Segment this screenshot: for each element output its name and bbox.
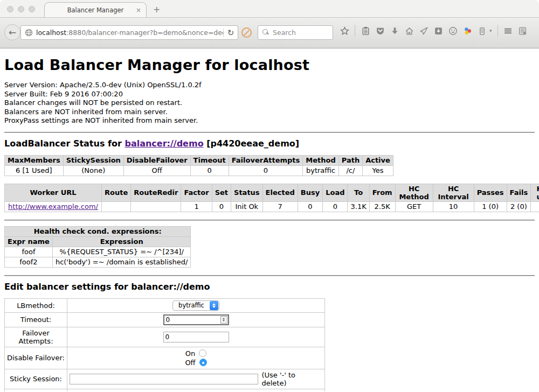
close-window-button[interactable]: [7, 6, 13, 12]
pocket-icon[interactable]: [375, 26, 385, 36]
cell-maxmembers: 6 [1 Used]: [5, 165, 64, 176]
radio-on[interactable]: [199, 349, 206, 357]
menu-icon[interactable]: [503, 26, 513, 36]
bookmark-star-icon[interactable]: [340, 26, 349, 36]
failover-attempts-row: Failover Attempts:: [5, 327, 325, 347]
grid-page-icon[interactable]: [518, 26, 528, 36]
add-worker-row: Add New Worker: Are you sure?: [5, 389, 325, 391]
timeout-input[interactable]: [164, 316, 220, 324]
cell-timeout: 0: [190, 165, 229, 176]
downloads-icon[interactable]: [390, 26, 399, 36]
send-tab-icon[interactable]: [419, 26, 429, 36]
cell-fails: 2 (0): [507, 201, 531, 212]
worker-status-table: Worker URL Route RouteRedir Factor Set S…: [4, 184, 539, 212]
battery-dropdown-caret-icon[interactable]: ▾: [489, 28, 492, 33]
home-icon[interactable]: [404, 26, 414, 36]
search-bar[interactable]: Search: [258, 25, 333, 40]
table-header-row: MaxMembers StickySession DisableFailover…: [5, 155, 393, 165]
block-icon[interactable]: [241, 27, 252, 38]
sticky-session-cell: (Use '-' to delete): [67, 369, 325, 389]
lbmethod-cell: bytraffic: [67, 298, 325, 312]
col-hc-interval: HC Interval: [433, 184, 474, 201]
divider: [4, 132, 535, 133]
number-spinner-icon[interactable]: [220, 316, 227, 324]
cell-expression: hc('body') =~ /domain is established/: [52, 257, 191, 267]
cell-factor: 1: [181, 201, 212, 212]
minimize-window-button[interactable]: [18, 6, 24, 12]
url-text[interactable]: localhost:8880/balancer-manager?b=demo&n…: [36, 29, 223, 37]
col-from: From: [369, 184, 395, 201]
colored-dots-icon[interactable]: [462, 26, 472, 36]
health-table-title: Health check cond. expressions:: [5, 226, 191, 236]
balancer-manager-page: Load Balancer Manager for localhost Serv…: [0, 48, 539, 391]
cell-status: Init Ok: [231, 201, 263, 212]
cell-busy: 0: [298, 201, 322, 212]
url-path: :8880/balancer-manager?b=demo&nonce=decc…: [66, 29, 223, 37]
table-title-row: Health check cond. expressions:: [5, 226, 191, 236]
search-placeholder[interactable]: Search: [273, 29, 296, 37]
reload-icon[interactable]: ↻: [224, 28, 238, 38]
toolbar-separator: [497, 25, 498, 37]
expr-row: foof %{REQUEST_STATUS} =~ /^[234]/: [5, 247, 191, 257]
server-version-line: Server Version: Apache/2.5.0-dev (Unix) …: [4, 81, 535, 90]
cell-expr-name: foof2: [5, 257, 53, 267]
col-load: Load: [323, 184, 348, 201]
lbmethod-select[interactable]: bytraffic: [172, 300, 219, 311]
feedback-smiley-icon[interactable]: [448, 26, 458, 36]
col-timeout: Timeout: [190, 155, 229, 165]
radio-off[interactable]: [199, 359, 207, 366]
new-tab-button[interactable]: +: [153, 4, 160, 15]
col-status: Status: [231, 184, 263, 201]
failover-attempts-cell: [67, 327, 325, 347]
col-expr-name: Expr name: [5, 236, 53, 247]
col-maxmembers: MaxMembers: [5, 155, 64, 165]
clipboard-icon[interactable]: [361, 26, 370, 36]
failover-attempts-input[interactable]: [163, 332, 229, 342]
radio-off-line: Off: [70, 358, 322, 367]
col-failoverattempts: FailoverAttempts: [229, 155, 303, 165]
cell-hc-uri: [531, 201, 539, 212]
health-check-table: Health check cond. expressions: Expr nam…: [4, 226, 191, 268]
battery-icon[interactable]: [477, 26, 487, 36]
tab-title: Balancer Manager: [67, 6, 124, 14]
lbmethod-label: LBmethod:: [5, 298, 67, 312]
col-fails: Fails: [507, 184, 531, 201]
disable-failover-cell: On Off: [67, 347, 325, 369]
col-worker-url: Worker URL: [5, 184, 102, 201]
col-hc-method: HC Method: [395, 184, 433, 201]
back-button[interactable]: ←: [4, 24, 20, 40]
lbmethod-row: LBmethod: bytraffic: [5, 298, 325, 312]
cell-method: bytraffic: [303, 165, 338, 176]
tab-close-icon[interactable]: ×: [136, 6, 141, 14]
sticky-session-hint: (Use '-' to delete): [262, 371, 323, 387]
worker-url-link[interactable]: http://www.example.com/: [8, 202, 98, 211]
url-bar[interactable]: localhost:8880/balancer-manager?b=demo&n…: [20, 25, 238, 40]
tab-balancer-manager[interactable]: Balancer Manager ×: [44, 2, 147, 18]
cell-passes: 1 (0): [474, 201, 507, 212]
divider: [4, 220, 535, 221]
sticky-session-input[interactable]: [70, 374, 258, 384]
cell-load: 0: [323, 201, 348, 212]
inherit-note-line: Balancers are NOT inherited from main se…: [4, 108, 535, 117]
select-stepper-icon: [210, 301, 218, 310]
balancer-demo-link[interactable]: balancer://demo: [125, 138, 203, 149]
toolbar-buttons: ▾: [340, 25, 528, 37]
worker-row: http://www.example.com/ 1 0 Init Ok 7 0 …: [5, 201, 539, 212]
table-header-row: Expr name Expression: [5, 236, 191, 247]
cell-set: 0: [212, 201, 231, 212]
globe-icon: [25, 29, 33, 37]
window-controls[interactable]: [7, 6, 35, 12]
col-stickysession: StickySession: [63, 155, 123, 165]
url-domain: localhost: [36, 29, 66, 37]
status-heading: LoadBalancer Status for balancer://demo …: [4, 138, 535, 149]
zoom-window-button[interactable]: [29, 6, 35, 12]
failover-attempts-label: Failover Attempts:: [5, 327, 67, 347]
proxypass-note-line: ProxyPass settings are NOT inherited fro…: [4, 116, 535, 125]
save-box-icon[interactable]: [433, 26, 443, 36]
col-hc-uri: HC uri: [531, 184, 539, 201]
cell-elected: 7: [262, 201, 298, 212]
cell-failoverattempts: 0: [229, 165, 303, 176]
cell-routeredir: [131, 201, 181, 212]
cell-hc-method: GET: [395, 201, 433, 212]
add-worker-cell: Are you sure?: [67, 389, 325, 391]
